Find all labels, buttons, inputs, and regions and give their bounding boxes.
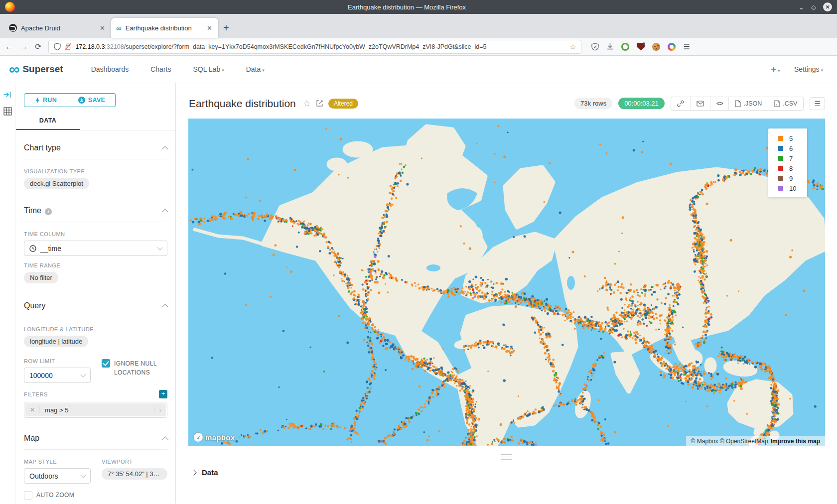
extension-green-icon[interactable] [621,43,629,51]
section-header-query[interactable]: Query [24,301,167,317]
legend-item[interactable]: 9 [768,173,807,183]
url-field[interactable]: 172.18.0.3:32108/superset/explore/?form_… [48,40,581,54]
section-header-chart-type[interactable]: Chart type [24,143,167,159]
improve-map-link[interactable]: Improve this map [771,438,820,445]
superset-brand[interactable]: ∞ Superset [9,63,63,75]
menu-hamburger-icon[interactable]: ☰ [683,42,690,51]
chart-content: Earthquake distribution ☆ Altered 73k ro… [176,83,837,504]
clock-icon [29,245,36,252]
tab-apache-druid[interactable]: Apache Druid ✕ [4,18,111,38]
cookie-extension-icon[interactable] [652,43,660,51]
insecure-lock-icon[interactable] [65,43,71,50]
filter-chip[interactable]: ✕ mag > 5 › [25,403,166,416]
mapbox-logo-icon [193,432,203,442]
tab-close-icon[interactable]: ✕ [99,24,106,32]
add-new-button[interactable]: +▾ [771,64,780,75]
back-button[interactable]: ← [5,42,13,51]
data-panel-toggle[interactable]: Data [176,468,837,477]
time-column-label: TIME COLUMN [24,231,167,237]
legend-label: 10 [789,185,796,192]
info-icon: i [45,208,52,215]
legend-item[interactable]: 7 [768,153,807,163]
file-icon: x [774,100,780,107]
nav-charts[interactable]: Charts [150,65,171,73]
legend-item[interactable]: 5 [768,133,807,143]
row-limit-label: ROW LIMIT [24,358,91,364]
tab-earthquake-distribution[interactable]: ∞ Earthquake distribution ✕ [111,18,218,38]
map-style-select[interactable]: Outdoors [24,468,91,484]
legend-item[interactable]: 8 [768,163,807,173]
export-json-button[interactable]: .JSON [729,97,768,110]
checkbox-checked-icon[interactable] [102,359,110,368]
section-query: Query LONGITUDE & LATITUDE longitude | l… [24,285,167,418]
chevron-right-icon[interactable]: › [154,406,166,414]
altered-badge[interactable]: Altered [328,99,358,109]
edit-properties-icon[interactable] [316,100,323,107]
email-button[interactable] [691,97,710,110]
viewport-value[interactable]: 7° 35' 54.02" | 31... [102,468,167,480]
auto-zoom-checkbox-row[interactable]: AUTO ZOOM [24,491,91,500]
chevron-down-icon: ▾ [778,68,780,73]
viewport-label: VIEWPORT [102,459,167,465]
tab-bar: Apache Druid ✕ ∞ Earthquake distribution… [0,14,837,38]
export-csv-button[interactable]: x .CSV [768,97,803,110]
legend-label: 5 [789,135,793,142]
reload-button[interactable]: ⟳ [35,42,41,51]
legend-item[interactable]: 6 [768,143,807,153]
favorite-star-icon[interactable]: ☆ [303,98,311,109]
add-filter-button[interactable]: + [159,390,167,398]
ignore-null-checkbox-row[interactable]: IGNORE NULL LOCATIONS [102,359,167,377]
checkbox-unchecked-icon[interactable] [24,491,32,500]
time-column-select[interactable]: __time [24,241,167,256]
link-icon [677,100,684,107]
map-style-label: MAP STYLE [24,459,91,465]
embed-code-button[interactable]: <> [710,97,729,110]
legend-item[interactable]: 10 [768,183,807,193]
superset-logo-icon: ∞ [9,63,18,75]
section-header-map[interactable]: Map [24,434,167,450]
run-button[interactable]: RUN [24,93,68,107]
chevron-down-icon [80,472,86,478]
forward-button[interactable]: → [20,42,28,51]
legend-swatch [778,166,783,171]
url-text: 172.18.0.3:32108/superset/explore/?form_… [75,43,565,50]
chart-header: Earthquake distribution ☆ Altered 73k ro… [176,83,837,119]
control-panel: RUN SAVE DATA Chart type VISUALIZATION T… [15,83,176,504]
expand-panel-icon[interactable] [3,91,11,98]
tab-data[interactable]: DATA [16,113,80,130]
window-close-icon[interactable]: ✕ [823,2,832,11]
superset-favicon: ∞ [116,24,122,32]
deckgl-map[interactable]: 5678910 mapbox © Mapbox © OpenStreetMap … [188,119,825,446]
shield-permissions-icon[interactable] [54,43,61,50]
lightning-icon [35,97,40,104]
save-button[interactable]: SAVE [68,93,116,107]
dataset-grid-icon[interactable] [3,107,12,116]
mapbox-logo[interactable]: mapbox [193,432,235,442]
chevron-down-icon: ▾ [262,68,265,73]
nav-sql-lab[interactable]: SQL Lab▾ [193,65,224,73]
remove-filter-icon[interactable]: ✕ [25,406,40,413]
ublock-origin-icon[interactable]: 2 [637,43,645,51]
window-maximize-icon[interactable]: ◇ [811,3,816,11]
drag-handle[interactable] [501,454,512,461]
lonlat-value[interactable]: longitude | latitude [24,336,88,347]
pinwheel-extension-icon[interactable] [668,43,676,51]
window-minimize-icon[interactable]: ⌄ [799,3,804,11]
viz-type-value[interactable]: deck.gl Scatterplot [24,178,89,189]
bookmark-star-icon[interactable]: ☆ [570,43,576,51]
time-range-value[interactable]: No filter [24,272,58,283]
protection-shield-icon[interactable] [591,43,599,51]
copy-link-button[interactable] [671,97,691,110]
legend-swatch [778,186,783,191]
settings-menu[interactable]: Settings▾ [794,65,823,73]
chart-menu-button[interactable]: ☰ [810,97,825,110]
row-limit-select[interactable]: 100000 [24,368,91,383]
section-point-size: Point Size [24,500,167,504]
nav-dashboards[interactable]: Dashboards [91,65,129,73]
chevron-up-icon [162,436,168,443]
downloads-icon[interactable] [606,43,614,50]
nav-data[interactable]: Data▾ [246,65,265,73]
tab-close-icon[interactable]: ✕ [206,24,213,32]
new-tab-button[interactable]: + [223,22,229,34]
section-header-time[interactable]: Timei [24,206,167,222]
